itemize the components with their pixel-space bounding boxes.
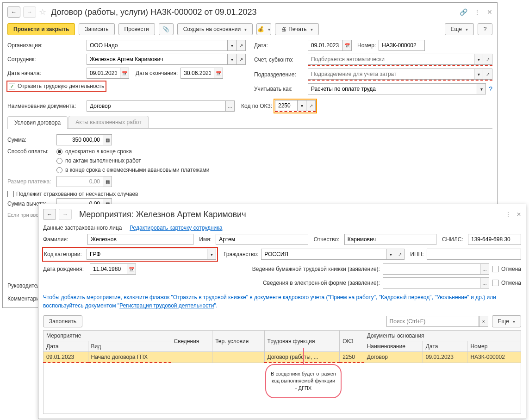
open-icon[interactable]: ↗ bbox=[483, 54, 492, 65]
window-title: Договор (работы, услуги) НА3К-000002 от … bbox=[51, 7, 257, 17]
nav-back-button[interactable]: ← bbox=[43, 209, 56, 220]
number-input[interactable] bbox=[379, 40, 425, 51]
dropdown-icon[interactable]: ▾ bbox=[474, 54, 483, 65]
payment-size-input bbox=[56, 176, 103, 187]
ellipsis-icon[interactable]: … bbox=[480, 277, 489, 288]
titlebar: ← → ☆ Договор (работы, услуги) НА3К-0000… bbox=[3, 3, 497, 21]
start-date-input[interactable] bbox=[87, 68, 120, 79]
paper-book-input[interactable] bbox=[383, 263, 480, 275]
payment-radio-2[interactable] bbox=[56, 158, 62, 164]
close-icon[interactable]: ✕ bbox=[487, 8, 492, 16]
insurance-checkbox-label: Подлежит страхованию от несчастных случа… bbox=[16, 191, 138, 197]
post-and-close-button[interactable]: Провести и закрыть bbox=[7, 23, 75, 35]
dept-input[interactable] bbox=[308, 69, 474, 80]
payment-method-label: Способ оплаты: bbox=[7, 148, 54, 155]
account-as-input[interactable] bbox=[308, 83, 477, 94]
nav-forward-button[interactable]: → bbox=[23, 6, 36, 18]
name-input[interactable] bbox=[216, 234, 308, 245]
payroll-button[interactable]: 💰 bbox=[256, 23, 271, 35]
help-icon[interactable]: ? bbox=[489, 85, 492, 93]
open-icon[interactable]: ↗ bbox=[236, 54, 246, 65]
citizenship-input[interactable] bbox=[261, 249, 386, 260]
open-icon[interactable]: ↗ bbox=[483, 69, 492, 80]
patronymic-input[interactable] bbox=[344, 234, 436, 245]
calc-icon[interactable]: ▦ bbox=[103, 134, 112, 145]
insurance-checkbox[interactable] bbox=[7, 191, 14, 197]
open-icon[interactable]: ↗ bbox=[395, 249, 405, 260]
snils-input[interactable] bbox=[468, 234, 521, 245]
sum-input[interactable] bbox=[56, 134, 103, 145]
electronic-label: Сведения в электронной форме (заявление)… bbox=[263, 280, 380, 286]
payment-radio-3[interactable] bbox=[56, 167, 62, 173]
okz-input[interactable] bbox=[275, 100, 297, 111]
dropdown-icon[interactable]: ▾ bbox=[227, 54, 236, 65]
close-icon[interactable]: ✕ bbox=[517, 211, 521, 218]
birthdate-input[interactable] bbox=[90, 263, 127, 275]
dropdown-icon[interactable]: ▾ bbox=[207, 249, 216, 260]
inn-input[interactable] bbox=[427, 249, 521, 260]
nav-forward-button[interactable]: → bbox=[59, 209, 72, 220]
cancel1-label: Отмена bbox=[501, 266, 521, 272]
dropdown-icon[interactable]: ▾ bbox=[474, 69, 483, 80]
category-input[interactable] bbox=[87, 249, 207, 260]
dropdown-icon[interactable]: ▾ bbox=[227, 40, 236, 51]
tab-acts[interactable]: Акты выполненных работ bbox=[68, 116, 148, 128]
post-button[interactable]: Провести bbox=[118, 23, 155, 35]
account-input[interactable] bbox=[308, 54, 474, 65]
edit-employee-link[interactable]: Редактировать карточку сотрудника bbox=[130, 225, 222, 231]
open-icon[interactable]: ↗ bbox=[306, 100, 316, 111]
more-button[interactable]: Еще bbox=[445, 23, 474, 35]
kebab-menu-icon[interactable]: ⋮ bbox=[474, 8, 480, 16]
tabs: Условия договора Акты выполненных работ bbox=[7, 116, 492, 129]
attach-button[interactable]: 📎 bbox=[159, 23, 174, 35]
name-label: Имя: bbox=[199, 236, 213, 243]
surname-label: Фамилия: bbox=[43, 236, 85, 243]
inn-label: ИНН: bbox=[410, 251, 424, 257]
nav-back-button[interactable]: ← bbox=[7, 6, 20, 18]
account-as-label: Учитывать как: bbox=[254, 86, 305, 92]
events-window: ← → Мероприятия: Железнов Артем Каримови… bbox=[38, 204, 526, 310]
favorite-star-icon[interactable]: ☆ bbox=[39, 7, 46, 17]
create-based-button[interactable]: Создать на основании bbox=[177, 23, 253, 35]
window2-title: Мероприятия: Железнов Артем Каримович bbox=[79, 210, 246, 219]
citizenship-label: Гражданство: bbox=[224, 251, 258, 257]
docname-input[interactable] bbox=[87, 100, 225, 112]
save-button[interactable]: Записать bbox=[79, 23, 114, 35]
org-input[interactable] bbox=[87, 40, 227, 51]
calendar-icon[interactable]: 📅 bbox=[120, 68, 129, 79]
dropdown-icon[interactable]: ▾ bbox=[386, 249, 395, 260]
payment-radio-1[interactable] bbox=[56, 149, 62, 155]
dropdown-icon[interactable]: ▾ bbox=[477, 83, 486, 94]
end-date-input[interactable] bbox=[180, 68, 214, 79]
calendar-icon[interactable]: 📅 bbox=[127, 263, 136, 275]
dropdown-icon[interactable]: ▾ bbox=[297, 100, 306, 111]
registration-link[interactable]: Регистрация трудовой деятельности bbox=[119, 302, 214, 309]
calc-icon[interactable]: ▦ bbox=[103, 176, 112, 187]
docname-label: Наименование документа: bbox=[7, 103, 84, 109]
help-button[interactable]: ? bbox=[478, 23, 492, 35]
date-input[interactable] bbox=[308, 40, 342, 51]
birthdate-label: Дата рождения: bbox=[43, 266, 87, 272]
kebab-menu-icon[interactable]: ⋮ bbox=[505, 211, 511, 218]
calendar-icon[interactable]: 📅 bbox=[342, 40, 352, 51]
date-label: Дата: bbox=[254, 42, 305, 49]
electronic-input[interactable] bbox=[383, 277, 480, 288]
dept-label: Подразделение: bbox=[254, 71, 305, 78]
link-icon[interactable]: 🔗 bbox=[460, 8, 467, 16]
end-date-label: Дата окончания: bbox=[136, 70, 178, 76]
tab-conditions[interactable]: Условия договора bbox=[7, 116, 68, 129]
payment-size-label: Размер платежа: bbox=[7, 178, 54, 185]
okz-label: Код по ОКЗ: bbox=[241, 103, 272, 109]
reflect-checkbox[interactable]: ✓ bbox=[9, 83, 15, 89]
open-icon[interactable]: ↗ bbox=[236, 40, 246, 51]
sum-label: Сумма: bbox=[7, 137, 54, 143]
info-text: Чтобы добавить мероприятие, включите фла… bbox=[38, 291, 526, 310]
cancel1-checkbox[interactable] bbox=[492, 266, 498, 272]
surname-input[interactable] bbox=[87, 234, 193, 245]
cancel2-checkbox[interactable] bbox=[492, 280, 498, 286]
ellipsis-icon[interactable]: … bbox=[480, 263, 489, 275]
employee-input[interactable] bbox=[87, 54, 227, 65]
calendar-icon[interactable]: 📅 bbox=[214, 68, 223, 79]
print-button[interactable]: 🖨 Печать bbox=[275, 23, 318, 35]
ellipsis-icon[interactable]: … bbox=[225, 100, 235, 112]
